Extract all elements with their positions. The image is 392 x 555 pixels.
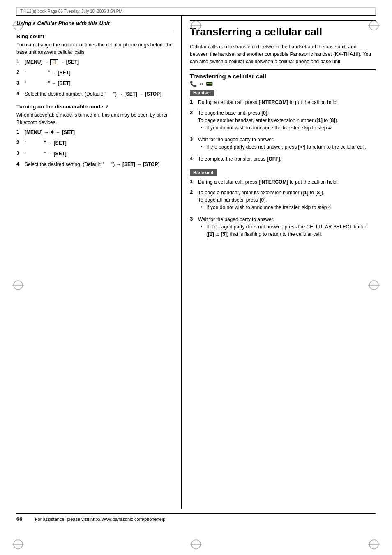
arrow-1b: →	[60, 59, 66, 65]
menu-key-1: [MENU]	[25, 59, 42, 65]
b-step3-body: Wait for the paged party to answer. If t…	[198, 216, 376, 239]
svg-point-9	[369, 540, 378, 549]
ring-count-step3: 3 " " → [SET]	[16, 80, 173, 87]
discoverable-title: Turning on the discoverable mode ↗	[16, 104, 173, 110]
footer-assistance-text: For assistance, please visit http://www.…	[35, 517, 165, 522]
discoverable-section: Turning on the discoverable mode ↗ When …	[16, 104, 173, 168]
handset-step2: 2 To page the base unit, press [0]. To p…	[190, 109, 376, 133]
ring-count-step4: 4 Select the desired number. (Default: "…	[16, 90, 173, 98]
disc-step3: 3 " " → [SET]	[16, 150, 173, 157]
h-step4-body: To complete the transfer, press [OFF].	[198, 155, 376, 163]
subsection-title-text: Transferring a cellular call	[190, 73, 266, 80]
arrow-transfer-icon: ↔	[198, 81, 206, 87]
disc-step1-body: [MENU] → ✶ → [SET]	[25, 129, 173, 136]
disc-step-num-1: 1	[16, 129, 23, 136]
h-step3-bullet: If the paged party does not answer, pres…	[206, 143, 376, 151]
page-wrapper: THI12(e).book Page 66 Tuesday, July 18, …	[0, 7, 392, 555]
disc-step4-body: Select the desired setting. (Default: " …	[25, 161, 173, 168]
handset-badge: Handset	[190, 90, 214, 96]
disc-step-num-2: 2	[16, 139, 23, 147]
file-info-text: THI12(e).book Page 66 Tuesday, July 18, …	[20, 9, 122, 14]
disc-step3-body: " " → [SET]	[25, 150, 173, 157]
h-step1-body: During a cellular call, press [INTERCOM]…	[198, 99, 376, 106]
handset-step3: 3 Wait for the paged party to answer. If…	[190, 136, 376, 152]
disc-step-num-3: 3	[16, 150, 23, 157]
b-step-num-3: 3	[190, 216, 196, 239]
svg-point-12	[191, 540, 201, 549]
base-step1: 1 During a cellular call, press [INTERCO…	[190, 178, 376, 186]
left-column: Using a Cellular Phone with this Unit Ri…	[16, 16, 182, 509]
h-step-num-2: 2	[190, 109, 196, 133]
h-step3-body: Wait for the paged party to answer. If t…	[198, 136, 376, 152]
discoverable-description: When discoverable mode is turned on, thi…	[16, 111, 173, 126]
step-num-2: 2	[16, 69, 23, 76]
handset-phone-icon: 📞	[190, 81, 197, 87]
disc-step-num-4: 4	[16, 161, 23, 168]
step3-body: " " → [SET]	[25, 80, 173, 87]
ring-count-step1: 1 [MENU] → 📋 → [SET]	[16, 58, 173, 66]
h-step-num-1: 1	[190, 99, 196, 106]
file-info-bar: THI12(e).book Page 66 Tuesday, July 18, …	[16, 7, 376, 15]
page-number: 66	[16, 516, 27, 522]
disc-step1: 1 [MENU] → ✶ → [SET]	[16, 129, 173, 136]
base-step2: 2 To page a handset, enter its extension…	[190, 189, 376, 212]
ring-count-divider	[16, 30, 173, 30]
b-step1-body: During a cellular call, press [INTERCOM]…	[198, 178, 376, 186]
step2-body: " " → [SET]	[25, 69, 173, 76]
page-footer: 66 For assistance, please visit http://w…	[16, 513, 376, 525]
step4-body: Select the desired number. (Default: " "…	[25, 90, 173, 98]
step-num-1: 1	[16, 58, 23, 66]
h-step-num-4: 4	[190, 155, 196, 163]
ring-count-title: Ring count	[16, 33, 173, 39]
ring-count-step2: 2 " " → [SET]	[16, 69, 173, 76]
ring-count-description: You can change the number of times the c…	[16, 41, 173, 56]
bluetooth-icon: ↗	[105, 104, 109, 110]
base-phone-icon: 📟	[206, 81, 213, 87]
b-step-num-1: 1	[190, 178, 196, 186]
b-step2-body: To page a handset, enter its extension n…	[198, 189, 376, 212]
phone-icons: 📞 ↔ 📟	[190, 81, 376, 87]
handset-step1: 1 During a cellular call, press [INTERCO…	[190, 99, 376, 106]
step-num-4: 4	[16, 90, 23, 98]
disc-step4: 4 Select the desired setting. (Default: …	[16, 161, 173, 168]
step1-body: [MENU] → 📋 → [SET]	[25, 58, 173, 66]
left-section-header: Using a Cellular Phone with this Unit	[16, 20, 173, 26]
transfer-section-divider	[190, 69, 376, 70]
svg-point-6	[14, 540, 23, 549]
content-area: Using a Cellular Phone with this Unit Ri…	[16, 15, 376, 509]
handset-step4: 4 To complete the transfer, press [OFF].	[190, 155, 376, 163]
b-step-num-2: 2	[190, 189, 196, 212]
step-num-3: 3	[16, 80, 23, 87]
cellular-icon-1: 📋	[50, 59, 58, 65]
main-title: Transferring a cellular call	[190, 20, 376, 38]
h-step2-body: To page the base unit, press [0]. To pag…	[198, 109, 376, 133]
intro-text: Cellular calls can be transferred betwee…	[190, 43, 376, 65]
subsection-title: Transferring a cellular call	[190, 73, 376, 80]
h-step2-bullet: If you do not wish to announce the trans…	[206, 124, 376, 131]
set-key-1: [SET]	[66, 59, 79, 65]
base-unit-badge: Base unit	[190, 169, 217, 176]
disc-step2: 2 " " → [SET]	[16, 139, 173, 147]
arrow-1: →	[44, 59, 50, 65]
b-step3-bullet: If the paged party does not answer, pres…	[206, 223, 376, 238]
right-column: Transferring a cellular call Cellular ca…	[182, 16, 376, 509]
base-step3: 3 Wait for the paged party to answer. If…	[190, 216, 376, 239]
b-step2-bullet: If you do not wish to announce the trans…	[206, 204, 376, 211]
disc-step2-body: " " → [SET]	[25, 139, 173, 147]
h-step-num-3: 3	[190, 136, 196, 152]
